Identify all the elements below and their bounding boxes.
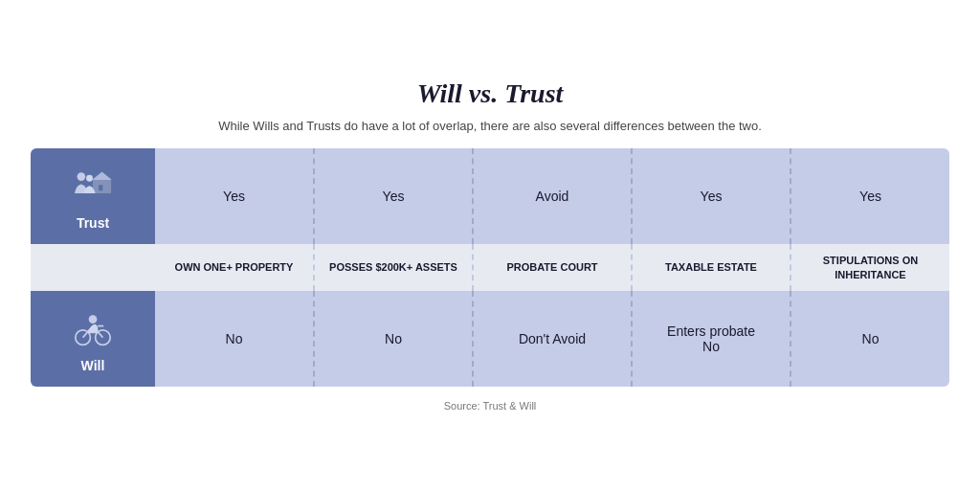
will-label-cell: Will xyxy=(31,291,155,387)
will-label: Will xyxy=(81,358,105,373)
svg-point-4 xyxy=(86,175,93,182)
header-own-property: OWN ONE+ PROPERTY xyxy=(155,244,314,291)
trust-probate: Avoid xyxy=(473,148,632,244)
page-container: Will vs. Trust While Wills and Trusts do… xyxy=(31,78,949,412)
header-row: OWN ONE+ PROPERTY POSSES $200K+ ASSETS P… xyxy=(31,244,949,291)
svg-marker-1 xyxy=(92,172,112,181)
will-row: Will No No Don't Avoid Enters probate No… xyxy=(31,291,949,387)
trust-label-cell: Trust xyxy=(31,148,155,244)
header-assets: POSSES $200K+ ASSETS xyxy=(314,244,473,291)
will-probate: Don't Avoid xyxy=(473,291,632,387)
will-icon xyxy=(68,304,118,354)
trust-label: Trust xyxy=(77,215,109,231)
svg-rect-2 xyxy=(99,185,102,190)
will-icon-area: Will xyxy=(40,304,145,373)
header-empty xyxy=(31,244,155,291)
page-title: Will vs. Trust xyxy=(417,78,564,109)
header-stipulations: STIPULATIONS ON INHERITANCE xyxy=(791,244,949,291)
comparison-table: Trust Yes Yes Avoid Yes Yes OWN ONE+ PRO… xyxy=(31,148,949,387)
trust-icon xyxy=(68,162,118,212)
svg-point-3 xyxy=(78,172,86,181)
trust-taxable: Yes xyxy=(632,148,791,244)
page-subtitle: While Wills and Trusts do have a lot of … xyxy=(218,119,762,133)
svg-point-12 xyxy=(89,315,98,323)
trust-row: Trust Yes Yes Avoid Yes Yes xyxy=(31,148,949,244)
will-taxable: Enters probate No xyxy=(632,291,791,387)
trust-icon-area: Trust xyxy=(40,162,145,231)
trust-own-property: Yes xyxy=(155,148,314,244)
trust-assets: Yes xyxy=(314,148,473,244)
source-text: Source: Trust & Will xyxy=(444,400,537,412)
header-probate: PROBATE COURT xyxy=(473,244,632,291)
header-taxable: TAXABLE ESTATE xyxy=(632,244,791,291)
will-assets: No xyxy=(314,291,473,387)
trust-stipulations: Yes xyxy=(791,148,949,244)
will-stipulations: No xyxy=(791,291,949,387)
will-own-property: No xyxy=(155,291,314,387)
comparison-table-wrapper: Trust Yes Yes Avoid Yes Yes OWN ONE+ PRO… xyxy=(31,148,949,387)
